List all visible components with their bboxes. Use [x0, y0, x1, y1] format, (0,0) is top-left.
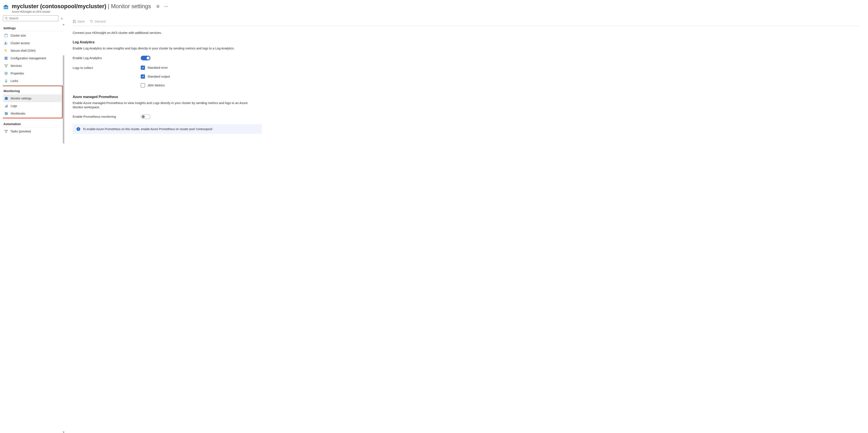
svg-rect-12: [6, 51, 7, 52]
enable-log-analytics-label: Enable Log Analytics: [73, 56, 141, 60]
check-standard-output[interactable]: Standard output: [141, 75, 860, 79]
svg-point-8: [5, 42, 6, 43]
sidebar-section-monitoring: Monitoring: [3, 87, 62, 94]
sidebar-scrollbar[interactable]: [63, 24, 64, 433]
checkbox-icon: [141, 83, 145, 87]
resource-type-label: Azure HDInsight on AKS cluster: [12, 10, 865, 13]
monitoring-highlight: Monitoring Monitor settings Logs Workboo…: [3, 86, 63, 118]
discard-button[interactable]: Discard: [90, 20, 105, 23]
save-icon: [73, 20, 76, 23]
svg-line-18: [6, 65, 7, 66]
svg-rect-15: [6, 64, 7, 65]
nav-label: Logs: [11, 104, 17, 108]
services-icon: [4, 64, 8, 68]
svg-rect-1: [4, 6, 8, 6]
config-icon: [4, 56, 8, 60]
svg-rect-22: [5, 81, 7, 82]
svg-rect-4: [4, 7, 7, 8]
more-icon[interactable]: ⋯: [164, 4, 168, 9]
sidebar-item-cluster-size[interactable]: Cluster size: [3, 32, 63, 39]
nav-label: Properties: [10, 72, 24, 75]
logs-icon: [4, 104, 8, 108]
connect-description: Connect your HDInsight on AKS cluster wi…: [73, 31, 860, 34]
sidebar-item-monitor-settings[interactable]: Monitor settings: [3, 94, 62, 102]
svg-rect-31: [6, 130, 7, 131]
search-box[interactable]: [3, 16, 58, 21]
nav-label: Locks: [10, 79, 18, 83]
svg-line-34: [5, 131, 6, 132]
enable-prometheus-toggle[interactable]: [141, 114, 150, 119]
info-icon: i: [76, 127, 80, 131]
nav-label: Cluster size: [10, 34, 26, 37]
resource-icon: [3, 4, 9, 10]
nav-label: Services: [10, 64, 22, 67]
svg-rect-24: [5, 98, 8, 98]
sidebar-item-cluster-access[interactable]: Cluster access: [3, 39, 63, 47]
nav-label: Configuration management: [10, 57, 46, 60]
info-text: To enable Azure Prometheus on this clust…: [83, 127, 213, 131]
svg-line-6: [7, 19, 8, 20]
svg-rect-3: [4, 7, 7, 7]
cluster-size-icon: [4, 34, 8, 37]
svg-rect-32: [6, 132, 7, 133]
page-title: mycluster (contosopool/mycluster) | Moni…: [12, 3, 151, 10]
enable-prometheus-label: Enable Prometheus monitoring: [73, 114, 141, 118]
sidebar-item-ssh[interactable]: Secure shell (SSH): [3, 47, 63, 54]
prometheus-info-banner: i To enable Azure Prometheus on this clu…: [73, 124, 262, 134]
save-button[interactable]: Save: [73, 20, 85, 23]
svg-rect-25: [6, 97, 7, 98]
check-label: JMX Metrics: [148, 83, 165, 87]
sidebar-item-properties[interactable]: Properties: [3, 69, 63, 77]
check-label: Standard output: [148, 75, 170, 78]
svg-point-11: [5, 50, 6, 51]
sidebar-item-locks[interactable]: Locks: [3, 77, 63, 85]
svg-rect-37: [74, 20, 75, 21]
svg-rect-30: [5, 130, 6, 131]
nav-label: Tasks (preview): [10, 130, 31, 133]
undo-icon: [90, 20, 93, 23]
sidebar-item-tasks[interactable]: Tasks (preview): [3, 127, 63, 135]
log-analytics-section: Log Analytics Enable Log Analytics to vi…: [73, 40, 860, 87]
svg-line-17: [5, 65, 6, 66]
sidebar-item-workbooks[interactable]: Workbooks: [3, 110, 62, 117]
svg-rect-21: [7, 72, 7, 75]
search-input[interactable]: [9, 17, 57, 20]
checkbox-icon: [141, 75, 145, 79]
prometheus-section: Azure managed Prometheus Enable Azure ma…: [73, 95, 860, 134]
nav-label: Secure shell (SSH): [10, 49, 35, 52]
enable-log-analytics-toggle[interactable]: [141, 56, 150, 60]
svg-rect-36: [73, 22, 75, 23]
nav-label: Workbooks: [11, 112, 25, 115]
sidebar-section-settings: Settings: [3, 24, 63, 31]
page-header: mycluster (contosopool/mycluster) | Moni…: [0, 0, 868, 16]
key-icon: [4, 49, 8, 53]
svg-rect-14: [5, 64, 6, 65]
monitor-settings-icon: [4, 96, 8, 100]
check-label: Standard error: [148, 66, 168, 69]
sidebar-item-config-mgmt[interactable]: Configuration management: [3, 54, 63, 62]
log-analytics-heading: Log Analytics: [73, 40, 860, 44]
workbooks-icon: [4, 112, 8, 115]
properties-icon: [4, 71, 8, 75]
log-analytics-desc: Enable Log Analytics to view insights an…: [73, 46, 257, 51]
nav-label: Cluster access: [10, 41, 30, 45]
check-jmx-metrics[interactable]: JMX Metrics: [141, 83, 860, 87]
svg-rect-13: [5, 57, 7, 60]
sidebar-item-logs[interactable]: Logs: [3, 102, 62, 110]
svg-rect-26: [5, 106, 6, 108]
svg-point-5: [5, 17, 7, 19]
sidebar: « Settings Cluster size Cluster access: [0, 16, 64, 433]
checkbox-icon: [141, 65, 145, 70]
svg-rect-16: [6, 66, 7, 67]
svg-rect-2: [5, 5, 7, 6]
svg-point-9: [6, 42, 7, 43]
search-icon: [5, 17, 8, 20]
toolbar: Save Discard: [73, 16, 860, 26]
prometheus-heading: Azure managed Prometheus: [73, 95, 860, 99]
collapse-sidebar-icon[interactable]: «: [61, 17, 63, 20]
sidebar-item-services[interactable]: Services: [3, 62, 63, 69]
svg-rect-27: [6, 106, 6, 108]
check-standard-error[interactable]: Standard error: [141, 65, 860, 70]
svg-line-35: [6, 131, 7, 132]
favorite-icon[interactable]: ☆: [156, 4, 160, 9]
